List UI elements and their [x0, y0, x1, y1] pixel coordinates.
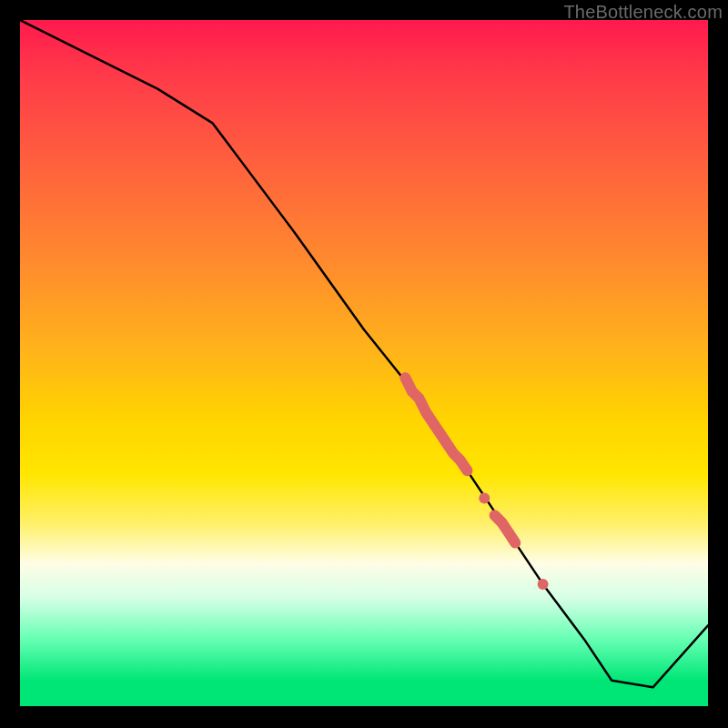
watermark-text: TheBottleneck.com	[563, 2, 723, 23]
chart-frame: TheBottleneck.com	[0, 0, 728, 728]
highlight-dot-1	[479, 492, 490, 503]
highlight-segment-1	[405, 378, 467, 470]
chart-overlay	[20, 20, 708, 708]
bottleneck-curve	[20, 20, 708, 687]
highlight-segment-2	[495, 515, 516, 542]
highlight-dot-2	[538, 579, 549, 590]
